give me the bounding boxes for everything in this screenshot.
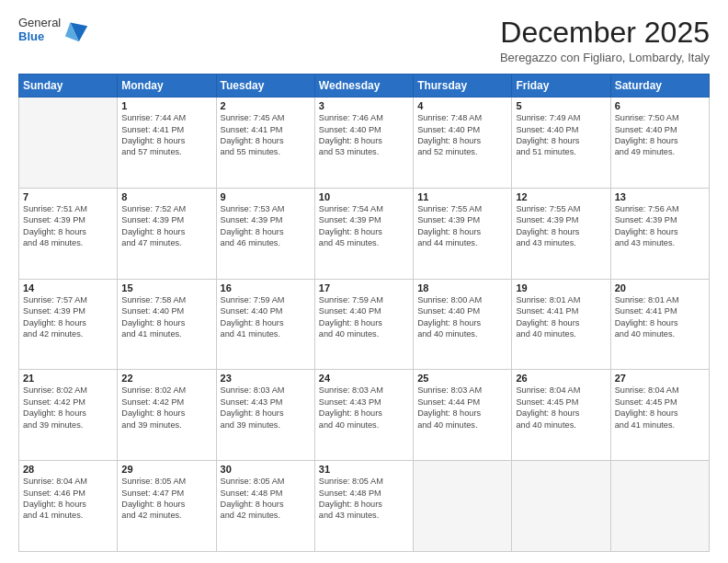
cell-info-line: Sunrise: 8:04 AM [615,385,705,396]
cell-info-line: Sunrise: 8:03 AM [221,385,311,396]
calendar-cell: 14Sunrise: 7:57 AMSunset: 4:39 PMDayligh… [19,279,118,370]
cell-info-line: and 40 minutes. [319,328,409,339]
day-number: 22 [121,373,211,384]
cell-info-line: and 52 minutes. [417,146,507,157]
cell-info-line: Daylight: 8 hours [516,408,606,419]
logo-blue: Blue [18,30,61,44]
cell-info-line: Daylight: 8 hours [221,135,311,146]
location: Beregazzo con Figliaro, Lombardy, Italy [500,51,710,64]
cell-info-line: Sunrise: 7:51 AM [23,203,113,214]
calendar-cell: 12Sunrise: 7:55 AMSunset: 4:39 PMDayligh… [512,188,610,279]
calendar-cell: 28Sunrise: 8:04 AMSunset: 4:46 PMDayligh… [19,461,118,552]
calendar-cell [610,461,709,552]
cell-info-line: Sunrise: 8:05 AM [319,476,409,487]
calendar-header-monday: Monday [118,75,216,98]
cell-info-line: Daylight: 8 hours [417,135,507,146]
cell-info-line: Daylight: 8 hours [319,226,409,237]
cell-info-line: and 47 minutes. [121,237,211,248]
cell-info-line: Sunset: 4:39 PM [615,214,705,225]
day-number: 1 [121,100,211,111]
cell-info-line: and 43 minutes. [615,237,705,248]
calendar-cell: 1Sunrise: 7:44 AMSunset: 4:41 PMDaylight… [118,98,216,189]
day-number: 2 [221,100,311,111]
day-number: 23 [221,373,311,384]
calendar-cell: 21Sunrise: 8:02 AMSunset: 4:42 PMDayligh… [19,370,118,461]
cell-info-line: Sunset: 4:41 PM [516,305,606,316]
cell-info-line: and 43 minutes. [516,237,606,248]
calendar-cell: 6Sunrise: 7:50 AMSunset: 4:40 PMDaylight… [610,98,709,189]
calendar-header-friday: Friday [512,75,610,98]
cell-info-line: Daylight: 8 hours [417,317,507,328]
cell-info-line: and 41 minutes. [121,328,211,339]
cell-info-line: Sunset: 4:40 PM [121,305,211,316]
calendar-cell: 17Sunrise: 7:59 AMSunset: 4:40 PMDayligh… [314,279,413,370]
calendar-header-tuesday: Tuesday [216,75,314,98]
cell-info-line: Sunset: 4:40 PM [615,124,705,135]
logo-general: General [18,17,61,30]
calendar-week-4: 28Sunrise: 8:04 AMSunset: 4:46 PMDayligh… [19,461,710,552]
cell-info-line: and 45 minutes. [319,237,409,248]
calendar-cell: 23Sunrise: 8:03 AMSunset: 4:43 PMDayligh… [216,370,314,461]
cell-info-line: Sunrise: 7:48 AM [417,112,507,123]
cell-info-line: Sunrise: 7:56 AM [615,203,705,214]
cell-info-line: Sunset: 4:39 PM [23,305,113,316]
calendar: SundayMondayTuesdayWednesdayThursdayFrid… [18,74,710,552]
day-number: 25 [417,373,507,384]
cell-info-line: Sunrise: 8:03 AM [319,385,409,396]
day-number: 20 [615,282,705,293]
cell-info-line: Sunset: 4:40 PM [516,124,606,135]
day-number: 9 [221,191,311,202]
cell-info-line: Daylight: 8 hours [516,317,606,328]
cell-info-line: Sunset: 4:39 PM [516,214,606,225]
calendar-cell: 22Sunrise: 8:02 AMSunset: 4:42 PMDayligh… [118,370,216,461]
calendar-cell: 19Sunrise: 8:01 AMSunset: 4:41 PMDayligh… [512,279,610,370]
cell-info-line: Sunset: 4:40 PM [417,305,507,316]
day-number: 7 [23,191,113,202]
calendar-cell [19,98,118,189]
cell-info-line: and 53 minutes. [319,146,409,157]
cell-info-line: and 42 minutes. [121,510,211,521]
cell-info-line: Sunset: 4:42 PM [121,396,211,408]
cell-info-line: Sunrise: 7:55 AM [516,203,606,214]
cell-info-line: Sunset: 4:47 PM [121,488,211,499]
day-number: 17 [319,282,409,293]
cell-info-line: and 39 minutes. [23,419,113,431]
cell-info-line: and 41 minutes. [221,328,311,339]
calendar-cell: 16Sunrise: 7:59 AMSunset: 4:40 PMDayligh… [216,279,314,370]
day-number: 19 [516,282,606,293]
cell-info-line: Daylight: 8 hours [516,226,606,237]
cell-info-line: Sunrise: 7:59 AM [319,294,409,305]
cell-info-line: and 49 minutes. [615,146,705,157]
calendar-week-0: 1Sunrise: 7:44 AMSunset: 4:41 PMDaylight… [19,98,710,189]
day-number: 16 [221,282,311,293]
cell-info-line: Sunset: 4:41 PM [121,124,211,135]
cell-info-line: Sunrise: 7:52 AM [121,203,211,214]
day-number: 3 [319,100,409,111]
calendar-cell: 9Sunrise: 7:53 AMSunset: 4:39 PMDaylight… [216,188,314,279]
logo: General Blue [18,17,89,44]
calendar-cell: 24Sunrise: 8:03 AMSunset: 4:43 PMDayligh… [314,370,413,461]
cell-info-line: Daylight: 8 hours [121,408,211,419]
cell-info-line: Sunrise: 8:00 AM [417,294,507,305]
cell-info-line: Daylight: 8 hours [221,317,311,328]
cell-info-line: Daylight: 8 hours [23,499,113,510]
cell-info-line: Sunset: 4:40 PM [417,124,507,135]
day-number: 29 [121,464,211,475]
title-block: December 2025 Beregazzo con Figliaro, Lo… [500,17,710,64]
cell-info-line: Sunset: 4:42 PM [23,396,113,408]
cell-info-line: Sunset: 4:39 PM [121,214,211,225]
cell-info-line: Daylight: 8 hours [319,317,409,328]
calendar-cell: 11Sunrise: 7:55 AMSunset: 4:39 PMDayligh… [414,188,512,279]
calendar-week-2: 14Sunrise: 7:57 AMSunset: 4:39 PMDayligh… [19,279,710,370]
cell-info-line: Sunrise: 7:46 AM [319,112,409,123]
cell-info-line: Sunset: 4:41 PM [221,124,311,135]
cell-info-line: Daylight: 8 hours [319,135,409,146]
cell-info-line: Sunset: 4:43 PM [221,396,311,408]
cell-info-line: and 48 minutes. [23,237,113,248]
cell-info-line: Daylight: 8 hours [319,408,409,419]
cell-info-line: Daylight: 8 hours [221,226,311,237]
cell-info-line: Daylight: 8 hours [221,499,311,510]
cell-info-line: Sunrise: 7:58 AM [121,294,211,305]
day-number: 30 [221,464,311,475]
cell-info-line: Sunset: 4:39 PM [23,214,113,225]
